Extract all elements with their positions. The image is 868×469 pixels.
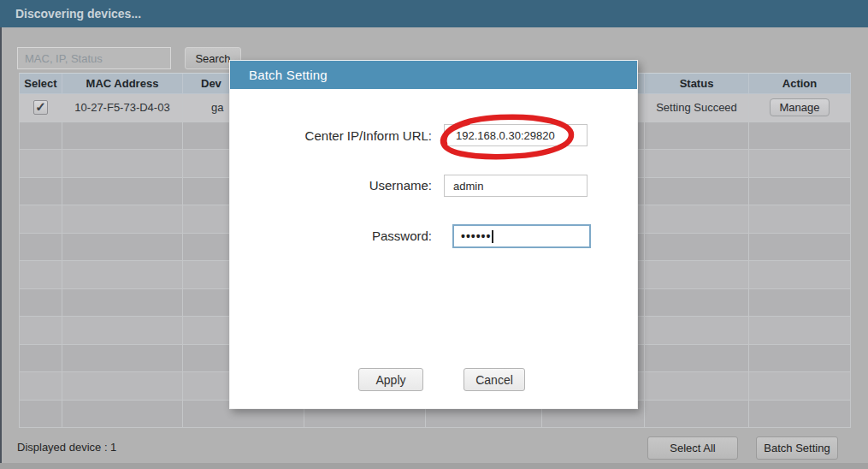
table-cell-empty [62,261,183,289]
dialog-body: Center IP/Inform URL: Username: Password… [230,89,637,408]
table-cell-empty [20,372,62,401]
table-cell-empty [62,178,183,206]
table-cell-empty [749,289,851,318]
batch-setting-dialog: Batch Setting Center IP/Inform URL: User… [229,60,638,409]
table-cell-empty [749,150,851,178]
table-cell-empty [749,178,851,206]
table-cell-empty [20,178,62,206]
dialog-title: Batch Setting [249,68,328,82]
row-checkbox[interactable]: ✓ [33,100,48,115]
select-all-button[interactable]: Select All [647,436,738,460]
table-cell-empty [62,372,183,401]
table-cell-empty [62,289,183,318]
table-cell-empty [20,401,62,429]
table-cell-empty [645,178,749,206]
status-cell: Setting Succeed [645,94,749,122]
table-cell-empty [749,261,851,289]
search-input[interactable] [17,47,171,69]
table-cell-empty [645,261,749,289]
window-bottom-edge [0,463,868,469]
table-cell-empty [62,317,183,345]
table-cell-empty [62,205,183,234]
table-cell-empty [20,289,62,318]
table-cell-empty [62,122,183,151]
table-cell-empty [645,345,749,373]
table-cell-empty [20,150,62,178]
app-window: Discovering devices... Search Select MAC… [0,0,868,469]
col-header-status: Status [645,74,749,94]
text-cursor [492,230,493,243]
table-cell-empty [62,401,183,429]
displayed-device-count: Displayed device : 1 [17,441,116,454]
cancel-button[interactable]: Cancel [464,368,525,391]
col-header-action: Action [749,74,851,94]
username-input[interactable] [444,175,588,197]
table-cell-empty [20,317,62,345]
table-cell-empty [20,234,62,262]
table-cell-empty [749,122,851,151]
table-cell-empty [645,372,749,401]
table-cell-empty [749,205,851,234]
table-cell-empty [645,401,749,429]
username-label: Username: [230,177,432,194]
col-header-select: Select [20,74,62,94]
apply-button[interactable]: Apply [358,368,423,391]
password-masked-value: •••••• [461,229,491,243]
table-cell-empty [749,234,851,262]
batch-setting-button[interactable]: Batch Setting [756,436,838,460]
table-cell-empty [20,205,62,234]
table-cell-empty [62,345,183,373]
select-cell: ✓ [20,94,62,122]
table-cell-empty [645,289,749,318]
password-label: Password: [230,228,432,245]
table-cell-empty [749,372,851,401]
center-ip-input[interactable] [444,124,588,146]
window-left-edge [0,27,2,469]
table-cell-empty [749,401,851,429]
center-ip-label: Center IP/Inform URL: [230,128,432,145]
table-cell-empty [62,150,183,178]
window-title: Discovering devices... [15,0,141,27]
table-cell-empty [749,317,851,345]
table-cell-empty [62,234,183,262]
title-bar: Discovering devices... [0,0,868,27]
checkbox-check-icon: ✓ [35,100,46,113]
password-input[interactable]: •••••• [452,224,591,248]
table-cell-empty [749,345,851,373]
table-cell-empty [20,261,62,289]
mac-address-cell: 10-27-F5-73-D4-03 [62,94,183,122]
table-cell-empty [20,122,62,151]
manage-button[interactable]: Manage [770,98,830,116]
table-cell-empty [20,345,62,373]
action-cell: Manage [749,94,851,122]
table-cell-empty [645,205,749,234]
table-cell-empty [645,234,749,262]
table-cell-empty [645,150,749,178]
col-header-mac: MAC Address [62,74,183,94]
dialog-title-bar: Batch Setting [230,61,637,89]
table-cell-empty [645,122,749,151]
table-cell-empty [645,317,749,345]
